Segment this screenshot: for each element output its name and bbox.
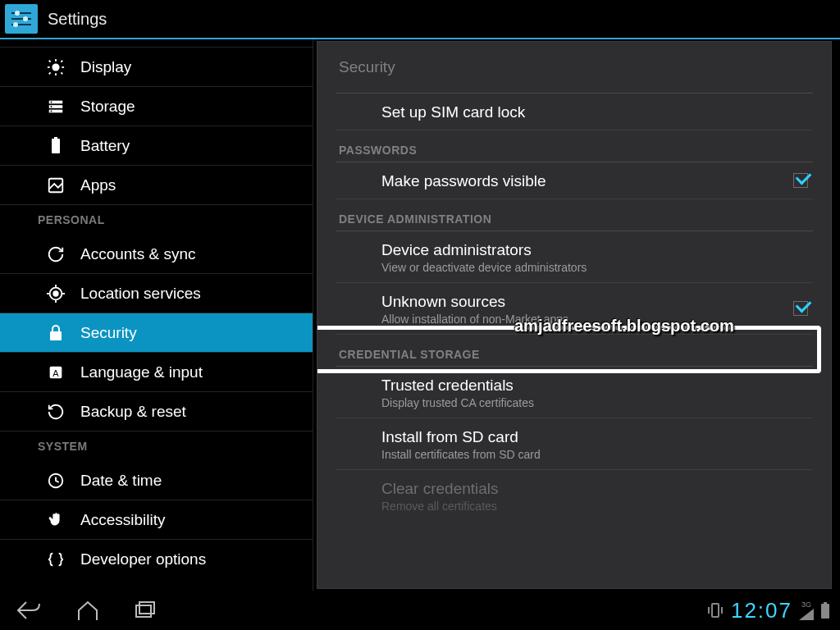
row-subtitle: Display trusted CA certificates: [381, 396, 813, 409]
lock-icon: [44, 324, 67, 342]
svg-point-20: [51, 110, 52, 112]
row-subtitle: Remove all certificates: [381, 500, 813, 513]
row-title: Trusted credentials: [381, 377, 813, 395]
sidebar-item-battery[interactable]: Battery: [0, 126, 313, 166]
recents-button[interactable]: [133, 599, 158, 622]
backup-icon: [44, 403, 67, 421]
sidebar-item-security[interactable]: Security: [0, 313, 313, 353]
sidebar-label: Display: [80, 58, 131, 76]
sidebar-item-location[interactable]: Location services: [0, 274, 313, 313]
unknown-sources-checkbox[interactable]: [793, 301, 808, 316]
svg-point-3: [15, 11, 20, 16]
svg-line-14: [61, 60, 62, 62]
sidebar-label: Language & input: [80, 363, 203, 381]
sidebar-label: Apps: [80, 176, 116, 194]
language-icon: A: [44, 363, 67, 381]
section-credential-storage: CREDENTIAL STORAGE: [336, 340, 813, 367]
sidebar-item-backup[interactable]: Backup & reset: [0, 392, 313, 431]
svg-point-6: [52, 63, 59, 71]
battery-indicator: [820, 601, 830, 619]
svg-line-11: [49, 60, 51, 62]
svg-rect-30: [50, 331, 62, 340]
row-device-admins[interactable]: Device administrators View or deactivate…: [336, 231, 813, 283]
back-button[interactable]: [15, 599, 43, 622]
hand-icon: [44, 511, 67, 529]
sidebar-item-display[interactable]: Display: [0, 48, 313, 87]
svg-text:A: A: [52, 368, 59, 377]
svg-marker-39: [799, 609, 814, 620]
section-device-admin: DEVICE ADMINISTRATION: [336, 204, 813, 231]
svg-point-4: [23, 16, 28, 21]
row-clear-credentials: Clear credentials Remove all certificate…: [336, 470, 813, 521]
sidebar-label: Developer options: [80, 550, 206, 568]
sidebar-item-language[interactable]: A Language & input: [0, 353, 313, 392]
passwords-visible-checkbox[interactable]: [793, 173, 808, 188]
row-subtitle: Install certificates from SD card: [381, 448, 813, 461]
row-title: Clear credentials: [381, 480, 813, 498]
app-title: Settings: [48, 10, 107, 29]
status-clock[interactable]: 12:07: [731, 598, 792, 623]
row-sim-lock[interactable]: Set up SIM card lock: [336, 94, 813, 130]
sidebar-label: Accessibility: [80, 511, 165, 529]
sidebar-item-storage[interactable]: Storage: [0, 87, 313, 126]
network-indicator: 3G: [799, 601, 814, 620]
sidebar-label: Location services: [80, 285, 201, 303]
display-icon: [44, 58, 67, 76]
sidebar-item-accounts-sync[interactable]: Accounts & sync: [0, 235, 313, 274]
svg-point-25: [53, 291, 58, 296]
battery-icon: [44, 137, 67, 155]
sidebar-label: Date & time: [80, 472, 162, 490]
sidebar-item-developer[interactable]: Developer options: [0, 540, 313, 579]
svg-line-12: [61, 72, 62, 74]
panel-title: Security: [339, 58, 813, 76]
svg-point-19: [51, 106, 52, 107]
sidebar-label: Security: [80, 324, 137, 342]
sidebar-label: Storage: [80, 98, 135, 116]
home-button[interactable]: [75, 599, 100, 622]
sidebar-item-apps[interactable]: Apps: [0, 166, 313, 205]
sidebar-item-sound[interactable]: Sound: [0, 39, 313, 48]
storage-icon: [44, 98, 67, 116]
row-passwords-visible[interactable]: Make passwords visible: [336, 162, 813, 199]
sidebar-label: Backup & reset: [80, 403, 186, 421]
sidebar-label: Battery: [80, 137, 130, 155]
row-install-sd[interactable]: Install from SD card Install certificate…: [336, 418, 813, 470]
apps-icon: [44, 176, 67, 194]
sidebar-header-system: SYSTEM: [0, 431, 313, 461]
section-passwords: PASSWORDS: [336, 135, 813, 162]
sidebar-item-datetime[interactable]: Date & time: [0, 461, 313, 500]
settings-sidebar: Sound Display Storage Battery: [0, 39, 313, 591]
clock-icon: [44, 472, 67, 490]
row-title: Unknown sources: [381, 293, 813, 311]
location-icon: [44, 285, 67, 303]
row-title: Set up SIM card lock: [381, 103, 813, 121]
svg-rect-36: [712, 604, 719, 617]
row-unknown-sources[interactable]: Unknown sources Allow installation of no…: [336, 283, 813, 335]
row-title: Device administrators: [381, 241, 813, 259]
settings-icon: [5, 4, 38, 34]
system-navbar: 12:07 3G: [0, 591, 840, 630]
row-title: Install from SD card: [381, 428, 813, 446]
security-panel: Security Set up SIM card lock PASSWORDS …: [317, 41, 832, 589]
braces-icon: [44, 550, 67, 568]
svg-rect-34: [136, 605, 151, 617]
svg-rect-40: [821, 604, 829, 619]
sidebar-item-accessibility[interactable]: Accessibility: [0, 500, 313, 540]
svg-line-13: [49, 72, 51, 74]
sync-icon: [44, 245, 67, 263]
svg-rect-21: [52, 139, 60, 153]
row-title: Make passwords visible: [381, 172, 813, 190]
svg-point-18: [51, 101, 52, 103]
svg-point-5: [13, 22, 18, 27]
vibrate-icon: [706, 600, 724, 620]
row-subtitle: View or deactivate device administrators: [381, 261, 813, 274]
row-trusted-credentials[interactable]: Trusted credentials Display trusted CA c…: [336, 367, 813, 418]
svg-rect-35: [139, 602, 154, 614]
svg-rect-41: [824, 602, 827, 605]
sidebar-header-personal: PERSONAL: [0, 205, 313, 235]
action-bar: Settings: [0, 0, 840, 39]
svg-rect-22: [54, 137, 57, 139]
sidebar-label: Accounts & sync: [80, 245, 195, 263]
row-subtitle: Allow installation of non-Market apps: [381, 313, 813, 326]
